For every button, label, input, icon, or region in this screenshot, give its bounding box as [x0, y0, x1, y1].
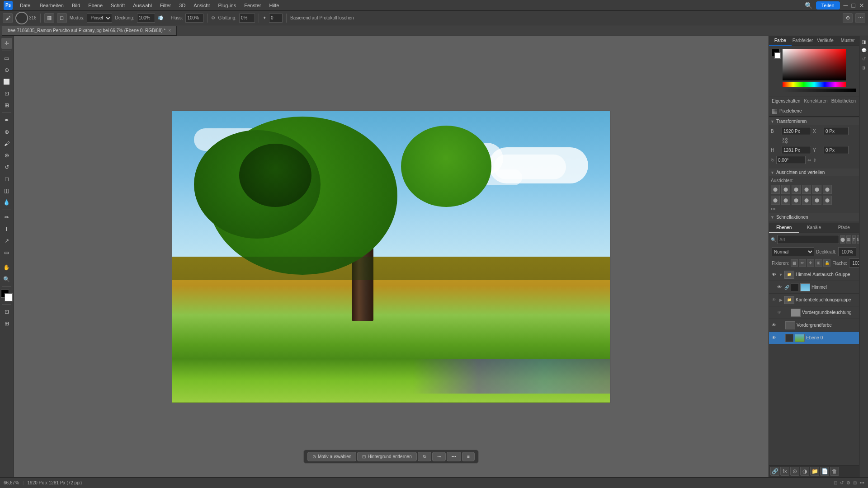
window-close-icon[interactable]: ✕ [859, 2, 864, 9]
layers-options-btn[interactable]: T [852, 235, 856, 244]
align-header[interactable]: ▼ Ausrichten und verteilen [769, 169, 859, 176]
object-select-tool[interactable]: ⬜ [1, 76, 12, 87]
smoothing-toggle-icon[interactable]: ⚙ [211, 15, 215, 20]
create-layer-btn[interactable]: 📄 [820, 467, 829, 476]
canvas-more-btn[interactable]: ••• [447, 452, 462, 461]
layer-visibility-himmel-gruppe[interactable]: 👁 [771, 272, 777, 278]
screen-mode-btn[interactable]: ⊞ [1, 318, 12, 329]
y-input[interactable] [824, 146, 849, 154]
window-minimize-icon[interactable]: ─ [844, 2, 848, 9]
delete-layer-btn[interactable]: 🗑 [830, 467, 839, 476]
opacity-input-layers[interactable] [838, 247, 856, 256]
tab-pfade[interactable]: Pfade [829, 223, 859, 233]
crop-tool[interactable]: ⊡ [1, 88, 12, 99]
background-swatch[interactable] [774, 52, 781, 59]
quick-actions-header[interactable]: ▼ Schnellaktionen [769, 213, 859, 221]
menu-ebene[interactable]: Ebene [85, 2, 106, 9]
canvas-settings-btn[interactable]: ≡ [462, 452, 475, 461]
layer-expand-himmel-gruppe[interactable]: ▼ [778, 272, 783, 277]
menu-ansicht[interactable]: Ansicht [190, 2, 213, 9]
brush-size-preview[interactable] [15, 12, 28, 24]
align-bottom-btn[interactable]: ⬤ [823, 185, 832, 194]
menu-datei[interactable]: Datei [16, 2, 35, 9]
lasso-tool[interactable]: ⊙ [1, 65, 12, 75]
lock-position-btn[interactable]: ✛ [807, 259, 814, 267]
layer-link-ebene0[interactable] [778, 335, 784, 341]
canvas-flip-btn[interactable]: ⊸ [432, 452, 446, 461]
strip-color-btn[interactable]: ◨ [860, 38, 868, 45]
layer-link-himmel[interactable]: 🔗 [784, 285, 789, 290]
chain-link-icon[interactable]: ⛓ [782, 137, 788, 144]
status-history-icon[interactable]: ↺ [840, 480, 844, 485]
tab-verlaeufe[interactable]: Verläufe [814, 36, 837, 46]
layer-visibility-vordergrundfarbe[interactable]: 👁 [771, 322, 777, 328]
erase-mode-btn[interactable]: ◻ [57, 13, 67, 23]
layer-item-ebene0[interactable]: 👁 Ebene 0 [769, 332, 859, 344]
strip-history-btn[interactable]: ↺ [860, 55, 868, 62]
add-adjustment-btn[interactable]: ◑ [800, 467, 809, 476]
move-tool[interactable]: ✛ [1, 38, 12, 49]
layer-item-himmel-gruppe[interactable]: 👁 ▼ 📁 Himmel-Austausch-Gruppe [769, 268, 859, 281]
status-grid-icon[interactable]: ⊞ [853, 480, 857, 485]
tab-farbfelder[interactable]: Farbfelder [792, 36, 814, 46]
hintergrund-entfernen-btn[interactable]: ⊡ Hintergrund entfernen [357, 452, 416, 461]
extra-options-btn[interactable]: ⋯ [855, 13, 865, 23]
share-button[interactable]: Teilen [816, 1, 840, 9]
align-center-btn[interactable]: ⬤ [781, 185, 790, 194]
angle-input[interactable] [269, 14, 283, 23]
layers-search-input[interactable] [777, 235, 839, 244]
window-maximize-icon[interactable]: □ [852, 2, 855, 9]
gradient-tool[interactable]: ◫ [1, 185, 12, 196]
zoom-tool[interactable]: 🔍 [1, 274, 12, 285]
menu-filter[interactable]: Filter [156, 2, 175, 9]
clone-tool[interactable]: ⊛ [1, 150, 12, 161]
layer-visibility-vordergrund-b[interactable]: 👁 [776, 310, 783, 316]
link-layers-btn[interactable]: 🔗 [770, 467, 779, 476]
airbrush-icon[interactable]: 💨 [158, 15, 163, 20]
canvas-area[interactable]: ⊙ Motiv auswählen ⊡ Hintergrund entferne… [14, 36, 769, 477]
align-right-btn[interactable]: ⬤ [792, 185, 801, 194]
dist-right-btn[interactable]: ⬤ [792, 196, 801, 205]
layers-filter-btn[interactable]: ▦ [846, 235, 851, 244]
document-tab[interactable]: tree-7186835_Ramon Perucho auf Pixabay.j… [2, 26, 177, 36]
smoothing-input[interactable] [239, 14, 255, 23]
blend-mode-select[interactable]: Normal [772, 247, 814, 256]
add-mask-btn[interactable]: ⊙ [790, 467, 799, 476]
lock-artboard-btn[interactable]: ⊞ [815, 259, 822, 267]
eigenschaften-tab[interactable]: Eigenschaften [772, 99, 800, 103]
menu-bearbeiten[interactable]: Bearbeiten [36, 2, 67, 9]
x-input[interactable] [824, 127, 849, 135]
layers-kind-icon[interactable]: ⬤ [840, 235, 845, 244]
shape-tool[interactable]: ▭ [1, 247, 12, 258]
marquee-tool[interactable]: ▭ [1, 53, 12, 64]
width-input[interactable] [782, 127, 811, 135]
mode-select[interactable]: Pinsel [87, 14, 112, 23]
add-layer-style-btn[interactable]: fx [780, 467, 789, 476]
history-brush-tool[interactable]: ↺ [1, 162, 12, 173]
hand-tool[interactable]: ✋ [1, 262, 12, 273]
layer-item-vordergrund-beleuchtung[interactable]: 👁 Vordergrundbeleuchtung [769, 306, 859, 319]
eraser-tool[interactable]: ◻ [1, 174, 12, 184]
korrekturen-tab[interactable]: Korrekturen [804, 99, 827, 103]
align-left-btn[interactable]: ⬤ [771, 185, 780, 194]
lock-transparent-btn[interactable]: ▦ [791, 259, 798, 267]
height-input[interactable] [782, 146, 811, 154]
layer-item-himmel[interactable]: 👁 🔗 Himmel [769, 281, 859, 294]
color-gradient-picker[interactable] [783, 49, 846, 80]
opacity-input[interactable] [137, 14, 155, 23]
layer-item-vordergrundfarbe[interactable]: 👁 Vordergrundfarbe [769, 319, 859, 332]
path-select-tool[interactable]: ↗ [1, 235, 12, 246]
fill-input[interactable] [849, 258, 859, 267]
menu-plugins[interactable]: Plug-ins [214, 2, 240, 9]
align-top-btn[interactable]: ⬤ [802, 185, 811, 194]
angle-prop-input[interactable] [776, 156, 806, 164]
flip-icon[interactable]: ⇔ [807, 158, 811, 163]
motiv-auswaehlen-btn[interactable]: ⊙ Motiv auswählen [307, 452, 356, 461]
menu-fenster[interactable]: Fenster [241, 2, 264, 9]
create-group-btn[interactable]: 📁 [810, 467, 819, 476]
search-icon-btn[interactable]: 🔍 [805, 2, 812, 9]
dist-middle-btn[interactable]: ⬤ [812, 196, 821, 205]
layer-link-vordergrund-b[interactable] [784, 310, 789, 315]
strip-message-btn[interactable]: 💬 [860, 47, 868, 54]
brush-tool-btn[interactable]: 🖌 [3, 13, 13, 23]
